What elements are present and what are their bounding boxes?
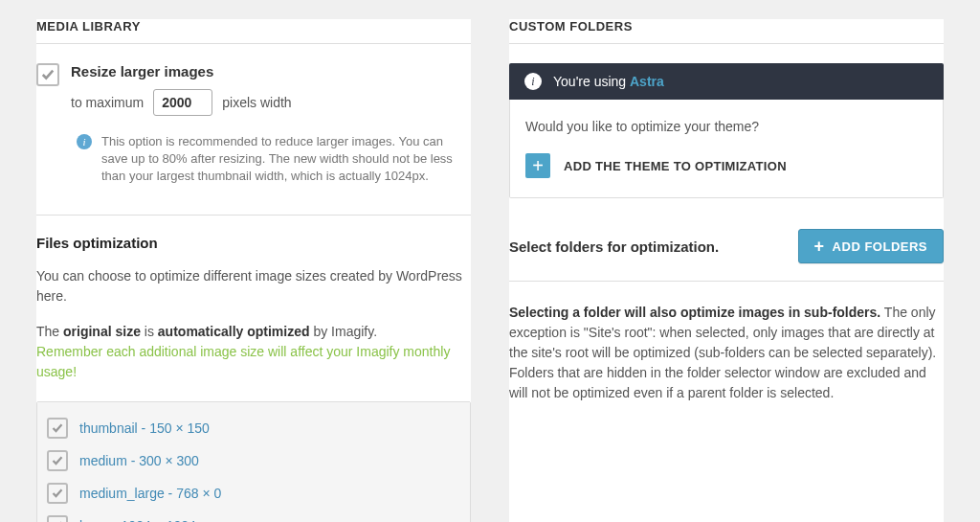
resize-label: Resize larger images [71,63,292,79]
check-icon [52,488,63,499]
list-item: medium - 300 × 300 [45,444,462,477]
media-library-title: MEDIA LIBRARY [36,19,471,44]
info-icon: i [77,134,92,149]
size-checkbox-thumbnail[interactable] [47,418,68,439]
resize-width-input[interactable] [153,89,212,116]
plus-icon: + [525,153,550,178]
theme-question: Would you like to optimize your theme? [525,119,927,134]
resize-info-text: This option is recommended to reduce lar… [101,133,471,186]
size-checkbox-medium[interactable] [47,450,68,471]
folders-description: Selecting a folder will also optimize im… [509,303,944,403]
theme-box: Would you like to optimize your theme? +… [509,100,944,198]
media-library-panel: MEDIA LIBRARY Resize larger images to ma… [36,19,471,522]
custom-folders-title: CUSTOM FOLDERS [509,19,944,44]
files-optimization-title: Files optimization [36,235,471,251]
check-icon [41,68,55,81]
resize-suffix: pixels width [222,95,291,110]
add-theme-button[interactable]: + ADD THE THEME TO OPTIMIZATION [525,153,927,178]
theme-banner-text: You're using Astra [553,74,664,89]
plus-icon: + [814,238,825,255]
size-label: medium_large - 768 × 0 [79,486,221,501]
resize-prefix: to maximum [71,95,144,110]
original-size-note: The original size is automatically optim… [36,322,471,382]
resize-checkbox[interactable] [36,63,59,86]
resize-block: Resize larger images to maximum pixels w… [71,63,292,116]
size-label: thumbnail - 150 × 150 [79,420,210,436]
divider [36,215,471,216]
size-label: medium - 300 × 300 [79,453,199,468]
theme-link[interactable]: Astra [630,74,664,89]
info-icon: i [524,73,542,90]
files-optimization-desc: You can choose to optimize different ima… [36,266,471,306]
add-folders-button[interactable]: + ADD FOLDERS [798,229,944,263]
usage-warning: Remember each additional image size will… [36,344,450,379]
check-icon [52,455,63,466]
add-folders-label: ADD FOLDERS [833,239,927,254]
list-item: medium_large - 768 × 0 [45,477,462,510]
image-sizes-list[interactable]: thumbnail - 150 × 150 medium - 300 × 300… [36,401,471,522]
size-checkbox-large[interactable] [47,515,68,522]
theme-banner: i You're using Astra [509,63,944,100]
add-theme-label: ADD THE THEME TO OPTIMIZATION [564,159,787,173]
check-icon [52,422,63,434]
list-item: large - 1024 × 1024 [45,510,462,522]
list-item: thumbnail - 150 × 150 [45,412,462,444]
size-checkbox-medium-large[interactable] [47,483,68,504]
size-label: large - 1024 × 1024 [79,518,196,522]
select-folders-title: Select folders for optimization. [509,238,719,255]
custom-folders-panel: CUSTOM FOLDERS i You're using Astra Woul… [509,19,944,522]
